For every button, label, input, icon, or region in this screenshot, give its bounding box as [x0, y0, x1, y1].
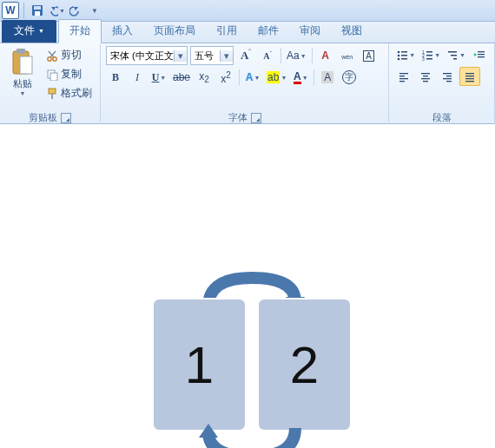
redo-icon: [69, 4, 82, 16]
tab-page-layout[interactable]: 页面布局: [143, 20, 206, 43]
svg-rect-33: [399, 81, 405, 82]
dialog-launcher-font[interactable]: [251, 113, 261, 123]
justify-button[interactable]: [459, 67, 480, 86]
font-family-combo[interactable]: 宋体 (中文正文▾: [106, 46, 188, 65]
group-clipboard: 粘贴 ▼ 剪切 复制 格式刷 剪贴板: [0, 43, 101, 126]
align-center-button[interactable]: [416, 68, 435, 85]
tab-mail[interactable]: 邮件: [248, 20, 289, 43]
dropdown-caret-icon: ▼: [91, 7, 98, 15]
node-text: 2: [290, 335, 319, 395]
svg-text:3: 3: [422, 56, 425, 61]
shrink-font-button[interactable]: Aˇ: [258, 47, 277, 64]
bullets-button[interactable]: ▼: [394, 46, 417, 63]
separator: [314, 69, 314, 85]
justify-icon: [464, 70, 476, 82]
separator: [239, 69, 240, 85]
format-painter-label: 格式刷: [61, 86, 92, 101]
dropdown-caret-icon: ▼: [59, 8, 65, 14]
char-shading-button[interactable]: A: [318, 69, 337, 86]
bold-button[interactable]: B: [106, 69, 125, 86]
dropdown-caret-icon: ▼: [409, 52, 415, 58]
numbering-button[interactable]: 123▼: [419, 46, 442, 63]
align-left-button[interactable]: [394, 68, 413, 85]
subscript-button[interactable]: x2: [195, 69, 214, 86]
svg-rect-25: [451, 55, 457, 56]
tab-home[interactable]: 开始: [58, 19, 102, 43]
svg-rect-13: [401, 51, 407, 53]
grow-font-button[interactable]: Aˆ: [236, 47, 255, 64]
brush-icon: [46, 88, 58, 100]
cycle-arrow-bottom-icon: [195, 424, 308, 448]
superscript-button[interactable]: x2: [216, 69, 235, 86]
qat-separator: [23, 3, 24, 18]
highlight-button[interactable]: ab▼: [265, 69, 288, 86]
cut-label: 剪切: [61, 48, 82, 63]
strikethrough-button[interactable]: abe: [171, 69, 192, 86]
italic-button[interactable]: I: [128, 69, 147, 86]
tab-review[interactable]: 审阅: [289, 20, 331, 43]
multilevel-list-button[interactable]: ▼: [445, 46, 467, 63]
svg-rect-2: [35, 11, 40, 16]
smartart-node-1[interactable]: 1: [152, 298, 247, 432]
tab-label: 邮件: [258, 24, 279, 36]
svg-rect-5: [20, 56, 32, 74]
svg-point-7: [53, 56, 56, 60]
dropdown-caret-icon: ▼: [459, 52, 465, 58]
svg-rect-4: [16, 49, 25, 54]
tab-label: 插入: [112, 24, 133, 36]
tab-references[interactable]: 引用: [206, 20, 248, 43]
separator: [312, 48, 313, 63]
dropdown-caret-icon: ▼: [38, 28, 44, 34]
tab-label: 页面布局: [154, 24, 195, 36]
svg-rect-43: [465, 76, 474, 76]
svg-rect-42: [465, 73, 474, 74]
change-case-button[interactable]: Aa▼: [285, 47, 308, 64]
bullets-icon: [396, 49, 408, 61]
outdent-icon: [473, 49, 485, 61]
ribbon: 粘贴 ▼ 剪切 复制 格式刷 剪贴板: [0, 43, 495, 124]
clear-format-button[interactable]: A: [316, 47, 335, 64]
node-text: 1: [185, 335, 214, 395]
word-app-icon: W: [2, 2, 19, 19]
tab-file[interactable]: 文件▼: [2, 20, 56, 43]
font-color-button[interactable]: A▼: [291, 69, 310, 86]
tab-view[interactable]: 视图: [331, 20, 373, 43]
document-canvas[interactable]: 1 2: [0, 124, 495, 448]
clear-format-icon: A: [321, 49, 329, 62]
numbering-icon: 123: [421, 49, 433, 61]
tab-insert[interactable]: 插入: [102, 20, 143, 43]
cut-button[interactable]: 剪切: [43, 46, 95, 64]
svg-rect-32: [399, 78, 408, 79]
copy-button[interactable]: 复制: [43, 65, 95, 83]
svg-rect-35: [423, 76, 428, 76]
underline-button[interactable]: U▼: [149, 69, 168, 86]
phonetic-guide-button[interactable]: wén: [338, 47, 357, 64]
tab-label: 审阅: [300, 24, 320, 36]
svg-point-6: [48, 56, 51, 60]
svg-rect-38: [443, 73, 452, 74]
font-color-icon: A: [294, 70, 301, 84]
character-border-button[interactable]: A: [360, 47, 379, 64]
align-right-button[interactable]: [438, 68, 457, 85]
highlight-icon: ab: [267, 71, 280, 83]
format-painter-button[interactable]: 格式刷: [43, 84, 95, 102]
paste-button[interactable]: 粘贴 ▼: [5, 46, 40, 109]
text-effects-button[interactable]: A▼: [243, 69, 262, 86]
align-right-icon: [441, 70, 453, 82]
group-font: 宋体 (中文正文▾ 五号▾ Aˆ Aˇ Aa▼ A wén A B I U▼ a…: [101, 43, 389, 126]
font-size-combo[interactable]: 五号▾: [190, 46, 234, 65]
dialog-launcher-clipboard[interactable]: [61, 113, 71, 123]
dropdown-caret-icon: ▼: [300, 53, 307, 59]
undo-button[interactable]: ▼: [48, 2, 65, 19]
decrease-indent-button[interactable]: [470, 46, 489, 63]
dropdown-caret-icon: ▼: [160, 75, 166, 81]
smartart-node-2[interactable]: 2: [257, 298, 352, 432]
dropdown-caret-icon: ▼: [302, 75, 308, 81]
strike-icon: abe: [173, 71, 190, 83]
qat-customize-button[interactable]: ▼: [86, 2, 103, 19]
align-left-icon: [398, 70, 410, 82]
svg-rect-37: [423, 81, 428, 82]
save-button[interactable]: [29, 2, 46, 19]
enclose-char-button[interactable]: 字: [340, 69, 359, 86]
redo-button[interactable]: [67, 2, 84, 19]
